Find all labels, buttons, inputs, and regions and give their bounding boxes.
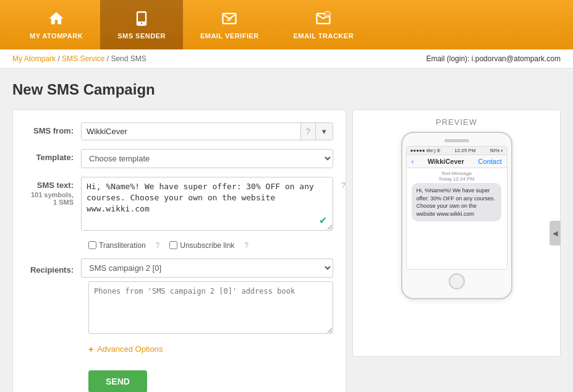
phone-status-right: 50% ▪	[490, 148, 503, 153]
sms-from-label: SMS from:	[25, 122, 81, 135]
sms-counter: 101 symbols, 1 SMS	[25, 191, 74, 206]
phone-speaker	[444, 139, 469, 142]
transliteration-label: Transliteration	[99, 241, 146, 250]
advanced-options[interactable]: + Advanced Options	[88, 344, 333, 354]
nav-email-tracker[interactable]: @ EMAIL TRACKER	[276, 0, 371, 49]
page-title: New SMS Campaign	[12, 81, 561, 98]
template-row: Template: Choose template	[25, 149, 333, 168]
unsubscribe-link-label: Unsubscribe link	[180, 241, 234, 250]
phone-status-bar: ●●●●● life:) E 12:25 PM 50% ▪	[407, 147, 507, 155]
top-navigation: MY ATOMPARK SMS SENDER EMAIL VERIFIER @ …	[0, 0, 573, 49]
sms-from-input-wrapper: ? ▾	[81, 122, 333, 140]
form-panel: SMS from: ? ▾ Template: Choose template	[12, 109, 346, 392]
nav-my-atompark[interactable]: MY ATOMPARK	[12, 0, 100, 49]
nav-email-tracker-label: EMAIL TRACKER	[294, 32, 354, 40]
mobile-icon	[133, 10, 150, 28]
sms-from-dropdown-icon[interactable]: ▾	[315, 123, 333, 140]
breadcrumb: My Atompark / SMS Service / Send SMS	[12, 54, 146, 63]
preview-toggle-button[interactable]: ◀	[550, 221, 561, 245]
recipients-label: Recipients:	[25, 262, 81, 275]
unsubscribe-link-group: Unsubscribe link	[169, 241, 234, 250]
transliteration-group: Transliteration	[88, 241, 146, 250]
sms-text-check-icon: ✔	[319, 215, 327, 226]
send-button-wrapper: SEND	[88, 363, 333, 392]
phone-contact-name: WikkiCever	[428, 158, 464, 165]
send-button[interactable]: SEND	[88, 370, 147, 392]
sms-text-field: Hi, %Name%! We have super offer: 30% OFF…	[81, 177, 333, 232]
sms-from-row: SMS from: ? ▾	[25, 122, 333, 140]
transliteration-checkbox[interactable]	[88, 241, 96, 249]
template-label: Template:	[25, 149, 81, 162]
unsubscribe-link-checkbox[interactable]	[169, 241, 177, 249]
login-email: Email (login): i.podorvan@atompark.com	[426, 54, 561, 63]
checkboxes-row: Transliteration ? Unsubscribe link ?	[88, 241, 333, 250]
sms-from-input[interactable]	[82, 123, 300, 140]
breadcrumb-send-sms: Send SMS	[111, 54, 146, 63]
advanced-options-label: Advanced Options	[97, 344, 163, 354]
main-content: New SMS Campaign SMS from: ? ▾ Template:	[0, 69, 573, 392]
recipients-select[interactable]: SMS campaign 2 [0]	[81, 258, 333, 278]
check-envelope-icon	[221, 10, 238, 28]
recipients-field: SMS campaign 2 [0]	[81, 258, 333, 278]
phone-msg-time: Today 12:24 PM	[407, 176, 507, 182]
transliteration-help-icon[interactable]: ?	[156, 241, 160, 250]
phone-msg-type: Text Message	[407, 171, 507, 176]
phone-contact-button: Contact	[478, 158, 502, 165]
home-icon	[48, 10, 65, 28]
preview-panel: PREVIEW ●●●●● life:) E 12:25 PM 50% ▪ ‹ …	[352, 109, 561, 357]
sms-text-label-group: SMS text: 101 symbols, 1 SMS	[25, 177, 81, 206]
nav-my-atompark-label: MY ATOMPARK	[30, 32, 83, 40]
nav-sms-sender-label: SMS SENDER	[117, 32, 166, 40]
template-field: Choose template	[81, 149, 333, 168]
nav-email-verifier-label: EMAIL VERIFIER	[200, 32, 259, 40]
phone-mockup: ●●●●● life:) E 12:25 PM 50% ▪ ‹ WikkiCev…	[401, 132, 512, 299]
breadcrumb-sms-service[interactable]: SMS Service	[62, 54, 104, 63]
preview-title: PREVIEW	[436, 110, 477, 132]
recipients-row: Recipients: SMS campaign 2 [0]	[25, 258, 333, 336]
sms-textarea-wrapper: Hi, %Name%! We have super offer: 30% OFF…	[81, 177, 333, 232]
nav-email-verifier[interactable]: EMAIL VERIFIER	[183, 0, 276, 49]
form-preview-row: SMS from: ? ▾ Template: Choose template	[12, 109, 561, 392]
phone-back-icon: ‹	[412, 158, 414, 165]
phone-msg-label: Text Message Today 12:24 PM	[407, 168, 507, 183]
sms-text-row: SMS text: 101 symbols, 1 SMS Hi, %Name%!…	[25, 177, 333, 232]
sms-text-label: SMS text:	[25, 181, 74, 190]
phone-bubble: Hi, %Name%! We have super offer: 30% OFF…	[412, 183, 502, 221]
sms-text-help-icon[interactable]: ?	[341, 181, 346, 190]
phone-screen: ●●●●● life:) E 12:25 PM 50% ▪ ‹ WikkiCev…	[406, 146, 507, 270]
advanced-plus-icon: +	[88, 344, 93, 354]
phone-home-button	[449, 273, 465, 289]
tracker-envelope-icon: @	[315, 10, 332, 28]
breadcrumb-my-atompark[interactable]: My Atompark	[12, 54, 56, 63]
phone-status-left: ●●●●● life:) E	[410, 148, 441, 153]
nav-sms-sender[interactable]: SMS SENDER	[100, 0, 183, 49]
sms-from-help-icon[interactable]: ?	[300, 123, 315, 140]
recipients-select-row: Recipients: SMS campaign 2 [0]	[25, 258, 333, 278]
template-select[interactable]: Choose template	[81, 149, 333, 168]
svg-text:@: @	[326, 14, 330, 17]
phone-status-time: 12:25 PM	[454, 148, 475, 153]
phone-header: ‹ WikkiCever Contact	[407, 155, 507, 168]
sms-text-input[interactable]: Hi, %Name%! We have super offer: 30% OFF…	[81, 177, 333, 231]
sms-from-field: ? ▾	[81, 122, 333, 140]
breadcrumb-bar: My Atompark / SMS Service / Send SMS Ema…	[0, 49, 573, 69]
recipients-textarea-wrapper	[88, 278, 333, 336]
unsubscribe-link-help-icon[interactable]: ?	[244, 241, 248, 250]
recipients-textarea[interactable]	[88, 281, 333, 334]
